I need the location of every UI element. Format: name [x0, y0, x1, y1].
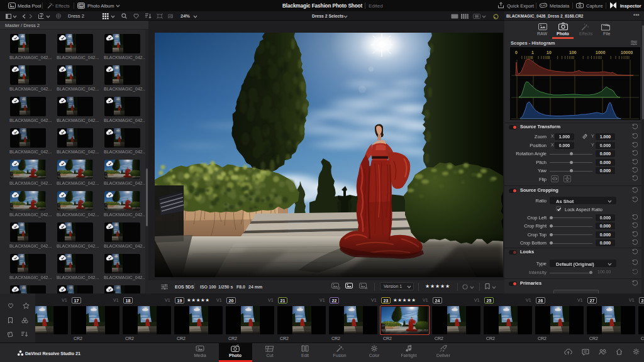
svg-text:0: 0	[515, 50, 518, 55]
svg-text:1000: 1000	[596, 50, 606, 55]
svg-text:10: 10	[547, 50, 552, 55]
svg-text:10000: 10000	[621, 50, 633, 55]
svg-text:1: 1	[531, 50, 534, 55]
svg-text:100: 100	[569, 50, 577, 55]
